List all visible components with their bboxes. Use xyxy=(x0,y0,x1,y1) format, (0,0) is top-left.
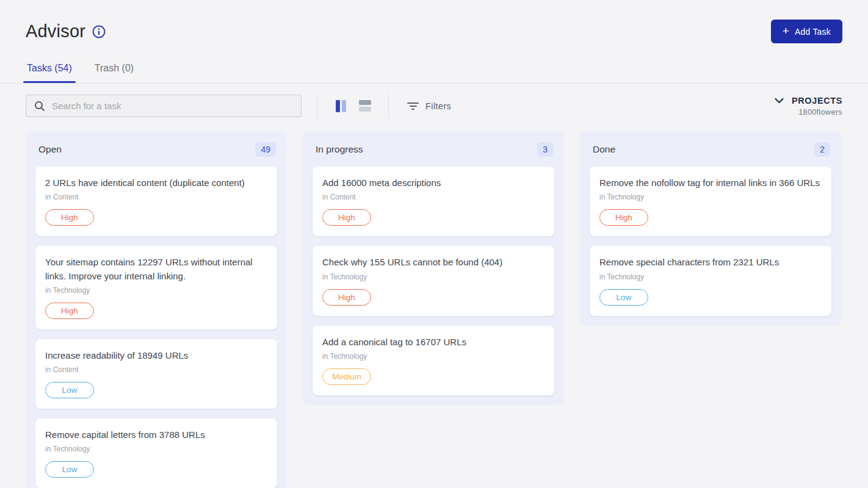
search-input[interactable] xyxy=(52,101,293,111)
column-done: Done 2 Remove the nofollow tag for inter… xyxy=(580,131,841,326)
column-title: Done xyxy=(593,144,615,155)
tab-trash[interactable]: Trash (0) xyxy=(93,63,135,83)
task-card[interactable]: Your sitemap contains 12297 URLs without… xyxy=(35,246,277,329)
priority-badge: Low xyxy=(45,382,94,398)
page-title: Advisor xyxy=(26,21,85,41)
priority-badge: High xyxy=(322,289,371,306)
priority-badge: Low xyxy=(599,289,648,306)
kanban-board: Open 49 2 URLs have identical content (d… xyxy=(0,131,868,488)
priority-badge: High xyxy=(599,209,648,226)
selected-project-name: 1800flowers xyxy=(775,108,842,117)
toolbar: Filters PROJECTS 1800flowers xyxy=(0,94,868,118)
task-card[interactable]: Remove capital letters from 3788 URLs in… xyxy=(35,418,277,488)
column-header: Done 2 xyxy=(590,141,831,157)
column-title: In progress xyxy=(316,144,363,155)
task-category: in Technology xyxy=(322,273,544,281)
toolbar-divider xyxy=(388,94,389,118)
task-title: Increase readability of 18949 URLs xyxy=(45,349,267,362)
task-title: Remove special characters from 2321 URLs xyxy=(599,256,822,269)
task-title: Remove the nofollow tag for internal lin… xyxy=(599,176,822,190)
header-divider xyxy=(0,83,868,84)
projects-label: PROJECTS xyxy=(792,96,842,106)
filters-button[interactable]: Filters xyxy=(407,101,451,111)
task-title: Add a canonical tag to 16707 URLs xyxy=(322,336,544,349)
filters-label: Filters xyxy=(425,101,451,111)
kanban-view-icon xyxy=(336,100,340,112)
search-icon xyxy=(34,101,45,112)
column-header: In progress 3 xyxy=(313,141,554,157)
list-view-button[interactable] xyxy=(356,98,374,114)
tab-bar: Tasks (54) Trash (0) xyxy=(26,63,842,83)
kanban-view-button[interactable] xyxy=(333,98,349,115)
projects-dropdown[interactable]: PROJECTS xyxy=(775,96,842,106)
priority-badge: Medium xyxy=(322,368,371,385)
tab-tasks[interactable]: Tasks (54) xyxy=(26,63,73,83)
add-task-label: Add Task xyxy=(795,27,831,37)
column-count-badge: 49 xyxy=(255,142,276,157)
plus-icon: + xyxy=(783,25,789,37)
column-count-badge: 2 xyxy=(814,142,830,157)
page-header: Advisor + Add Task Tasks (54) Trash (0) xyxy=(0,0,868,83)
column-open: Open 49 2 URLs have identical content (d… xyxy=(26,131,287,488)
priority-badge: High xyxy=(322,209,371,226)
column-title: Open xyxy=(38,144,62,155)
toolbar-divider xyxy=(317,94,317,118)
chevron-down-icon xyxy=(775,98,784,104)
task-title: Add 16000 meta descriptions xyxy=(322,176,544,190)
task-category: in Technology xyxy=(599,193,822,201)
task-category: in Technology xyxy=(322,352,544,361)
column-in-progress: In progress 3 Add 16000 meta description… xyxy=(303,131,564,405)
task-category: in Content xyxy=(45,365,267,374)
filter-icon xyxy=(407,102,419,110)
task-card[interactable]: Check why 155 URLs cannot be found (404)… xyxy=(313,246,554,315)
task-card[interactable]: 2 URLs have identical content (duplicate… xyxy=(35,167,277,236)
search-box xyxy=(26,95,302,117)
task-category: in Technology xyxy=(45,286,267,295)
task-title: 2 URLs have identical content (duplicate… xyxy=(45,176,267,190)
task-category: in Content xyxy=(45,193,267,201)
priority-badge: Low xyxy=(45,461,94,478)
task-title: Your sitemap contains 12297 URLs without… xyxy=(45,256,267,282)
task-title: Remove capital letters from 3788 URLs xyxy=(45,428,267,442)
projects-block: PROJECTS 1800flowers xyxy=(775,96,842,117)
task-card[interactable]: Add 16000 meta descriptions in Content H… xyxy=(313,167,554,236)
info-icon[interactable] xyxy=(92,25,106,38)
priority-badge: High xyxy=(45,303,94,319)
task-card[interactable]: Remove the nofollow tag for internal lin… xyxy=(590,167,831,236)
task-title: Check why 155 URLs cannot be found (404) xyxy=(322,256,544,269)
task-category: in Content xyxy=(322,193,544,201)
priority-badge: High xyxy=(45,209,94,226)
task-card[interactable]: Increase readability of 18949 URLs in Co… xyxy=(35,339,277,409)
task-card[interactable]: Remove special characters from 2321 URLs… xyxy=(590,246,831,315)
task-card[interactable]: Add a canonical tag to 16707 URLs in Tec… xyxy=(313,326,554,395)
task-category: in Technology xyxy=(45,445,267,453)
column-count-badge: 3 xyxy=(537,142,553,157)
list-view-icon xyxy=(359,100,371,105)
task-category: in Technology xyxy=(599,273,822,281)
add-task-button[interactable]: + Add Task xyxy=(771,20,842,43)
column-header: Open 49 xyxy=(35,141,277,157)
